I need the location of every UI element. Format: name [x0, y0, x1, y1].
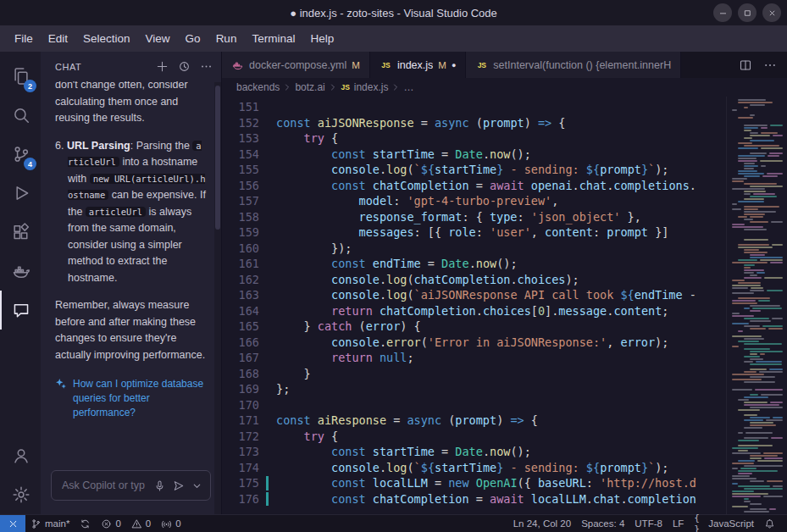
line-number: 151	[222, 99, 259, 115]
close-icon	[768, 8, 777, 18]
code-line[interactable]: 175 const localLLM = new OpenAI({ baseUR…	[222, 475, 726, 491]
breadcrumb-item[interactable]: botz.ai	[295, 81, 324, 93]
menu-help[interactable]: Help	[302, 29, 341, 48]
code-line[interactable]: 155 console.log(`${startTime} - sending:…	[222, 162, 726, 178]
menu-edit[interactable]: Edit	[41, 29, 75, 48]
send-options-icon[interactable]	[191, 479, 203, 492]
activity-docker[interactable]	[0, 252, 41, 291]
code-line[interactable]: 165 } catch (error) {	[222, 319, 726, 335]
tab-docker-compose[interactable]: docker-compose.ymlM	[222, 52, 370, 78]
code-line[interactable]: 173 const startTime = Date.now();	[222, 444, 726, 460]
menu-go[interactable]: Go	[178, 29, 208, 48]
code-line[interactable]: 158 response_format: { type: 'json_objec…	[222, 209, 726, 225]
tab-index-js[interactable]: JSindex.jsM●	[370, 52, 466, 78]
code-line[interactable]: 154 const startTime = Date.now();	[222, 147, 726, 163]
more-actions-button[interactable]	[763, 58, 777, 72]
menu-view[interactable]: View	[138, 29, 178, 48]
tab-setinterval[interactable]: JSsetInterval(function () {element.inner…	[466, 52, 681, 78]
status-ports[interactable]: 0	[156, 515, 186, 532]
code-line[interactable]: 172 try {	[222, 429, 726, 445]
chat-suggestion-link[interactable]: How can I optimize database queries for …	[55, 377, 206, 420]
code-line[interactable]: 151	[222, 99, 726, 115]
code-line[interactable]: 157 model: 'gpt-4-turbo-preview',	[222, 193, 726, 209]
menu-file[interactable]: File	[7, 29, 41, 48]
breadcrumb-item[interactable]: backends	[236, 81, 280, 93]
status-encoding[interactable]: UTF-8	[629, 515, 668, 532]
status-cursor-position[interactable]: Ln 24, Col 20	[508, 515, 576, 532]
code-line[interactable]: 163 console.log(`aiJSONResponse API call…	[222, 287, 726, 303]
js-file-icon: JS	[380, 58, 392, 71]
status-errors[interactable]: 0	[96, 515, 125, 532]
code-line[interactable]: 169};	[222, 381, 726, 397]
activity-source-control[interactable]: 4	[0, 135, 41, 174]
code-line[interactable]: 159 messages: [{ role: 'user', content: …	[222, 224, 726, 241]
code-line[interactable]: 156 const chatCompletion = await openai.…	[222, 178, 726, 194]
dirty-dot-icon[interactable]: ●	[452, 61, 456, 69]
minimize-button[interactable]	[713, 3, 732, 22]
line-number: 163	[222, 287, 259, 303]
code-line[interactable]: 153 try {	[222, 130, 726, 147]
code-text: const localLLM = new OpenAI({ baseURL: '…	[276, 475, 696, 491]
activity-badge: 2	[24, 80, 36, 92]
mic-icon[interactable]	[153, 479, 166, 492]
menu-run[interactable]: Run	[208, 29, 245, 48]
code-line[interactable]: 174 console.log(`${startTime} - sending:…	[222, 460, 726, 476]
maximize-icon	[743, 8, 752, 18]
status-eol[interactable]: LF	[668, 515, 689, 532]
status-indentation[interactable]: Spaces: 4	[576, 515, 629, 532]
send-icon[interactable]	[172, 479, 185, 492]
status-warnings[interactable]: 0	[126, 515, 156, 532]
title-bar: ● index.js - zoto-sites - Visual Studio …	[0, 0, 787, 25]
status-label: 0	[175, 518, 180, 529]
remote-indicator[interactable]	[0, 515, 25, 532]
code-text: console.log(chatCompletion.choices);	[276, 272, 579, 288]
code-line[interactable]: 167 return null;	[222, 350, 726, 366]
split-editor-button[interactable]	[739, 58, 752, 72]
gutter-margin	[259, 147, 276, 163]
code-line[interactable]: 166 console.error('Error in aiJSONRespon…	[222, 335, 726, 351]
breadcrumb-item[interactable]: …	[403, 81, 413, 93]
code-line[interactable]: 152const aiJSONResponse = async (prompt)…	[222, 115, 726, 131]
history-button[interactable]	[178, 60, 191, 73]
line-number: 167	[222, 350, 259, 366]
maximize-button[interactable]	[738, 3, 757, 22]
code-line[interactable]: 162 console.log(chatCompletion.choices);	[222, 272, 726, 288]
menu-selection[interactable]: Selection	[75, 29, 138, 48]
breadcrumb-label: index.js	[354, 81, 389, 93]
sidebar-scrollbar[interactable]	[214, 82, 221, 514]
line-number: 155	[222, 162, 259, 178]
activity-settings[interactable]	[0, 475, 41, 514]
code-line[interactable]: 161 const endTime = Date.now();	[222, 256, 726, 272]
status-sync[interactable]	[75, 515, 96, 532]
js-file-icon: JS	[341, 82, 351, 92]
status-label: LF	[673, 518, 684, 529]
activity-accounts[interactable]	[0, 436, 41, 475]
code-text: const aiJSONResponse = async (prompt) =>…	[276, 115, 565, 131]
code-line[interactable]: 160 });	[222, 241, 726, 257]
status-notifications[interactable]	[759, 515, 780, 532]
inline-code: articleUrl	[86, 207, 146, 217]
code-line[interactable]: 171const aiResponse = async (prompt) => …	[222, 413, 726, 429]
code-line[interactable]: 164 return chatCompletion.choices[0].mes…	[222, 303, 726, 319]
activity-search[interactable]	[0, 96, 41, 135]
new-chat-button[interactable]	[156, 60, 169, 73]
breadcrumb-item[interactable]: JSindex.js	[341, 81, 389, 93]
chat-sidebar: CHAT don't change often, consider calcul…	[41, 52, 222, 514]
menu-terminal[interactable]: Terminal	[244, 29, 302, 48]
activity-explorer[interactable]: 2	[0, 57, 41, 96]
line-number: 156	[222, 178, 259, 194]
more-button[interactable]	[200, 60, 213, 73]
chat-input[interactable]	[60, 479, 147, 492]
code-line[interactable]: 170	[222, 397, 726, 413]
activity-run-debug[interactable]	[0, 174, 41, 213]
activity-chat[interactable]	[0, 291, 41, 330]
minimap[interactable]	[726, 97, 787, 514]
activity-extensions[interactable]	[0, 213, 41, 252]
status-language[interactable]: { }JavaScript	[689, 515, 759, 532]
gutter-margin	[259, 429, 276, 445]
code-line[interactable]: 168 }	[222, 366, 726, 382]
status-branch[interactable]: main*	[25, 515, 75, 532]
close-button[interactable]	[762, 3, 781, 22]
code-area[interactable]: 151152const aiJSONResponse = async (prom…	[222, 97, 726, 514]
code-line[interactable]: 176 const chatCompletion = await localLL…	[222, 491, 726, 507]
